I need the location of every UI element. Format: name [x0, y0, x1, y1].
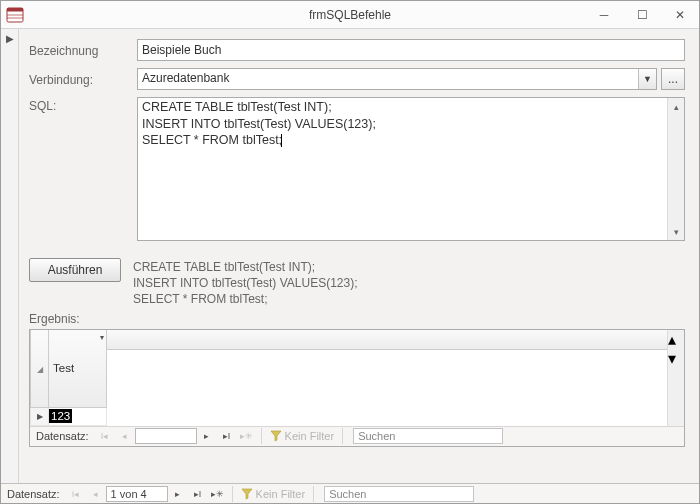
form-record-nav: Datensatz: I◂ ◂ 1 von 4 ▸ ▸I ▸✳ Kein Fil…	[1, 483, 699, 503]
current-record-icon: ▶	[6, 33, 14, 44]
verbindung-value: Azuredatenbank	[138, 69, 638, 89]
access-app-icon	[1, 1, 29, 29]
nav-first-button[interactable]: I◂	[95, 427, 115, 445]
nav-label: Datensatz:	[5, 488, 66, 500]
label-verbindung: Verbindung:	[29, 71, 137, 87]
label-bezeichnung: Bezeichnung	[29, 42, 137, 58]
bezeichnung-input[interactable]	[137, 39, 685, 61]
column-dropdown-icon[interactable]: ▾	[100, 333, 104, 342]
scroll-down-icon[interactable]: ▾	[668, 223, 684, 240]
nav-new-button[interactable]: ▸✳	[237, 427, 257, 445]
nav-search-input[interactable]: Suchen	[324, 486, 474, 502]
grid-cell[interactable]: 123	[49, 409, 72, 423]
svg-rect-1	[7, 8, 23, 12]
nav-first-button[interactable]: I◂	[66, 485, 86, 503]
maximize-button[interactable]: ☐	[623, 5, 661, 25]
scroll-up-icon[interactable]: ▴	[668, 98, 684, 115]
grid-select-all[interactable]: ◢	[31, 330, 49, 408]
execute-button[interactable]: Ausführen	[29, 258, 121, 282]
app-window: frmSQLBefehle ─ ☐ ✕ ▶ Bezeichnung Verbin…	[0, 0, 700, 504]
verbindung-browse-button[interactable]: ...	[661, 68, 685, 90]
result-grid: ◢ Test▾ ▶ 123 ▴ ▾	[29, 329, 685, 447]
scroll-up-icon[interactable]: ▴	[668, 330, 684, 349]
sql-scrollbar[interactable]: ▴ ▾	[667, 98, 684, 240]
nav-last-button[interactable]: ▸I	[217, 427, 237, 445]
nav-search-input[interactable]: Suchen	[353, 428, 503, 444]
sql-textarea[interactable]: CREATE TABLE tblTest(Test INT); INSERT I…	[137, 97, 685, 241]
close-button[interactable]: ✕	[661, 5, 699, 25]
nav-no-filter[interactable]: Kein Filter	[266, 430, 339, 442]
nav-position-input[interactable]: 1 von 4	[106, 486, 168, 502]
filter-icon	[270, 430, 282, 442]
grid-col-header[interactable]: Test▾	[49, 330, 107, 408]
nav-next-button[interactable]: ▸	[197, 427, 217, 445]
nav-no-filter[interactable]: Kein Filter	[237, 488, 310, 500]
grid-empty-header	[107, 330, 684, 350]
titlebar: frmSQLBefehle ─ ☐ ✕	[1, 1, 699, 29]
nav-last-button[interactable]: ▸I	[188, 485, 208, 503]
nav-next-button[interactable]: ▸	[168, 485, 188, 503]
nav-new-button[interactable]: ▸✳	[208, 485, 228, 503]
record-selector[interactable]: ▶	[1, 29, 19, 483]
label-sql: SQL:	[29, 97, 137, 113]
nav-label: Datensatz:	[34, 430, 95, 442]
scroll-down-icon[interactable]: ▾	[668, 349, 684, 368]
nav-position-input[interactable]	[135, 428, 197, 444]
table-row[interactable]: ▶ 123	[31, 407, 107, 425]
verbindung-combo[interactable]: Azuredatenbank ▼	[137, 68, 657, 90]
grid-vscrollbar[interactable]: ▴ ▾	[667, 330, 684, 426]
row-selector[interactable]: ▶	[31, 407, 49, 425]
nav-prev-button[interactable]: ◂	[115, 427, 135, 445]
label-ergebnis: Ergebnis:	[29, 312, 685, 326]
nav-prev-button[interactable]: ◂	[86, 485, 106, 503]
filter-icon	[241, 488, 253, 500]
chevron-down-icon[interactable]: ▼	[638, 69, 656, 89]
sql-echo-text: CREATE TABLE tblTest(Test INT); INSERT I…	[133, 259, 358, 308]
minimize-button[interactable]: ─	[585, 5, 623, 25]
subform-record-nav: Datensatz: I◂ ◂ ▸ ▸I ▸✳ Kein Filter	[30, 426, 684, 446]
